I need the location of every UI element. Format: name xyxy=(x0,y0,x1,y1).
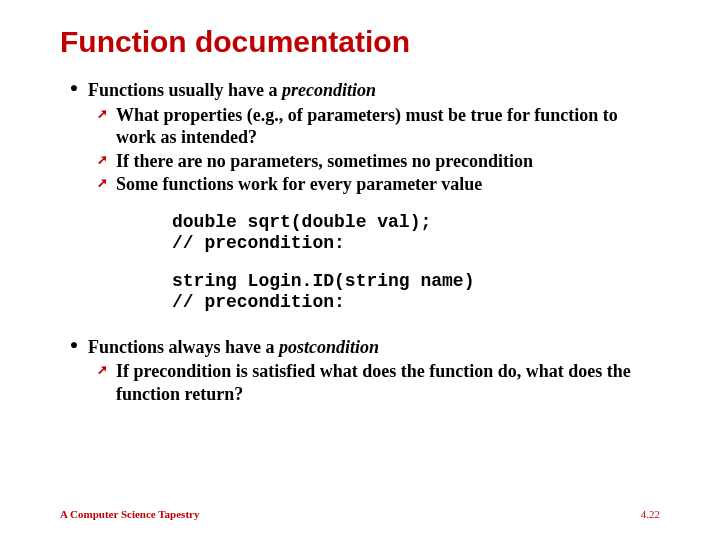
sub-item: ➚ What properties (e.g., of parameters) … xyxy=(60,104,660,149)
bullet-precondition: ● Functions usually have a precondition xyxy=(60,79,660,102)
code-loginid: string Login.ID(string name) // precondi… xyxy=(172,271,660,314)
sub-text: Some functions work for every parameter … xyxy=(116,173,660,196)
lead: Functions usually have a xyxy=(88,80,282,100)
bullet-postcondition-text: Functions always have a postcondition xyxy=(88,336,660,359)
slide: Function documentation ● Functions usual… xyxy=(0,0,720,540)
slide-title: Function documentation xyxy=(60,25,660,59)
em: postcondition xyxy=(279,337,379,357)
arrow-icon: ➚ xyxy=(88,175,116,198)
dot-icon: ● xyxy=(60,336,88,359)
sub-text: What properties (e.g., of parameters) mu… xyxy=(116,104,660,149)
sub-item: ➚ Some functions work for every paramete… xyxy=(60,173,660,196)
footer-left: A Computer Science Tapestry xyxy=(60,508,199,520)
em: precondition xyxy=(282,80,376,100)
sub-item: ➚ If precondition is satisfied what does… xyxy=(60,360,660,405)
arrow-icon: ➚ xyxy=(88,106,116,151)
footer-right: 4.22 xyxy=(641,508,660,520)
sub-item: ➚ If there are no parameters, sometimes … xyxy=(60,150,660,173)
sub-text: If precondition is satisfied what does t… xyxy=(116,360,660,405)
dot-icon: ● xyxy=(60,79,88,102)
bullet-postcondition: ● Functions always have a postcondition xyxy=(60,336,660,359)
lead: Functions always have a xyxy=(88,337,279,357)
arrow-icon: ➚ xyxy=(88,152,116,175)
code-sqrt: double sqrt(double val); // precondition… xyxy=(172,212,660,255)
bullet-precondition-text: Functions usually have a precondition xyxy=(88,79,660,102)
arrow-icon: ➚ xyxy=(88,362,116,407)
sub-text: If there are no parameters, sometimes no… xyxy=(116,150,660,173)
